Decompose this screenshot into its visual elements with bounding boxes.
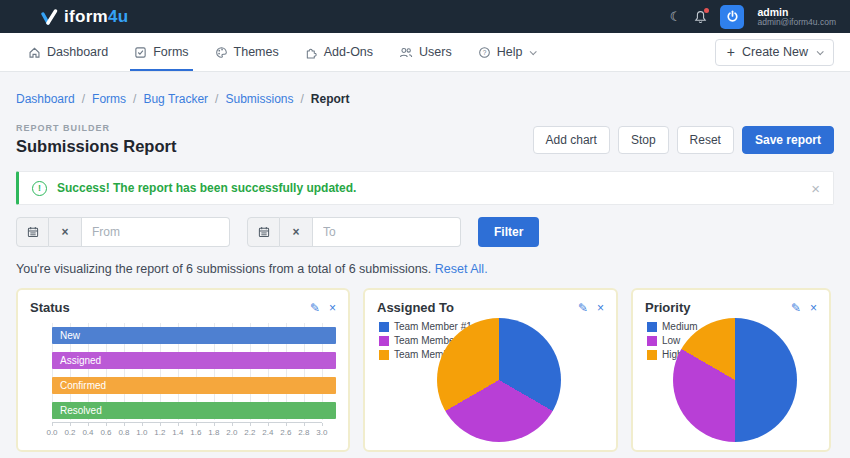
remove-chart-icon[interactable]: × [329, 302, 336, 314]
status-chart-card[interactable]: Status ✎ × NewAssignedConfirmedResolved … [16, 288, 350, 452]
puzzle-icon [305, 46, 318, 59]
x-tick-label: 0.0 [46, 428, 57, 437]
tick-mark [70, 423, 71, 426]
from-clear-button[interactable]: × [49, 217, 82, 247]
breadcrumb-separator: / [300, 92, 303, 106]
chevron-down-icon [530, 48, 537, 55]
x-tick-label: 3.0 [316, 428, 327, 437]
avatar[interactable] [720, 5, 744, 29]
to-clear-button[interactable]: × [280, 217, 313, 247]
create-new-button[interactable]: + Create New [715, 39, 834, 66]
from-date-group: × [16, 217, 230, 247]
add-chart-button[interactable]: Add chart [533, 126, 610, 154]
user-meta[interactable]: admin admin@iform4u.com [757, 6, 836, 28]
legend-swatch [379, 350, 389, 360]
pie-graphic [437, 318, 561, 442]
content-area: Dashboard/ Forms/ Bug Tracker/ Submissio… [0, 92, 850, 452]
breadcrumb-link-submissions[interactable]: Submissions [225, 92, 293, 106]
page-title: Submissions Report [16, 137, 176, 156]
from-calendar-button[interactable] [16, 217, 49, 247]
create-new-label: Create New [742, 45, 808, 59]
bar-label: New [52, 330, 80, 341]
nav-item-addons[interactable]: Add-Ons [305, 33, 373, 71]
brand-logo[interactable]: iform4u [40, 7, 128, 27]
nav-item-dashboard[interactable]: Dashboard [28, 33, 108, 71]
breadcrumb-link-dashboard[interactable]: Dashboard [16, 92, 75, 106]
brand-name: iform4u [64, 7, 128, 27]
x-tick-label: 2.4 [262, 428, 273, 437]
priority-chart-card[interactable]: Priority ✎ × MediumLowHigh [631, 288, 831, 452]
reset-all-link[interactable]: Reset All. [435, 262, 488, 276]
tick-mark [160, 423, 161, 426]
bar-assigned: Assigned [52, 352, 336, 369]
nav-item-users[interactable]: Users [399, 33, 452, 71]
breadcrumb-link-bug-tracker[interactable]: Bug Tracker [143, 92, 208, 106]
success-alert: ! Success! The report has been successfu… [16, 171, 834, 205]
filter-button[interactable]: Filter [478, 217, 539, 247]
form-check-icon [134, 46, 147, 59]
legend-swatch [647, 336, 657, 346]
from-date-input[interactable] [82, 217, 230, 247]
card-header: Priority ✎ × [645, 300, 817, 315]
tick-mark [106, 423, 107, 426]
edit-pencil-icon[interactable]: ✎ [310, 302, 320, 314]
x-tick-label: 0.8 [118, 428, 129, 437]
nav-item-help[interactable]: ? Help [478, 33, 536, 71]
stop-button[interactable]: Stop [618, 126, 669, 154]
remove-chart-icon[interactable]: × [597, 302, 604, 314]
dark-mode-moon-icon[interactable]: ☾ [670, 10, 682, 23]
x-tick-label: 2.0 [226, 428, 237, 437]
user-email: admin@iform4u.com [757, 18, 836, 28]
bar-resolved: Resolved [52, 402, 336, 419]
card-tools: ✎ × [791, 302, 817, 314]
chevron-down-icon [817, 48, 824, 55]
nav-item-themes[interactable]: Themes [215, 33, 279, 71]
alert-message: Success! The report has been successfull… [57, 181, 356, 195]
breadcrumb-separator: / [215, 92, 218, 106]
x-tick-label: 0.2 [64, 428, 75, 437]
legend-label: Low [662, 335, 680, 346]
summary-line: You're visualizing the report of 6 submi… [16, 262, 834, 276]
to-calendar-button[interactable] [247, 217, 280, 247]
alert-close-icon[interactable]: × [811, 181, 820, 196]
breadcrumb: Dashboard/ Forms/ Bug Tracker/ Submissio… [16, 92, 834, 106]
app-window: iform4u ☾ admin admin@iform4u.com [0, 0, 850, 458]
header-actions: Add chart Stop Reset Save report [533, 126, 834, 154]
edit-pencil-icon[interactable]: ✎ [578, 302, 588, 314]
remove-chart-icon[interactable]: × [810, 302, 817, 314]
legend-swatch [379, 336, 389, 346]
tick-mark [250, 423, 251, 426]
tick-mark [232, 423, 233, 426]
tick-mark [178, 423, 179, 426]
clear-icon: × [61, 225, 68, 239]
to-date-group: × [247, 217, 461, 247]
to-date-input[interactable] [313, 217, 461, 247]
x-tick-label: 1.6 [190, 428, 201, 437]
tick-mark [196, 423, 197, 426]
card-title: Assigned To [377, 300, 454, 315]
bar-label: Assigned [52, 355, 101, 366]
x-tick-label: 2.8 [298, 428, 309, 437]
breadcrumb-separator: / [82, 92, 85, 106]
legend-swatch [647, 322, 657, 332]
card-tools: ✎ × [578, 302, 604, 314]
chart-x-axis: 0.00.20.40.60.81.01.21.41.61.82.02.22.42… [52, 422, 322, 438]
tick-mark [322, 423, 323, 426]
card-title: Status [30, 300, 70, 315]
legend-swatch [379, 322, 389, 332]
save-report-button[interactable]: Save report [742, 126, 834, 154]
x-tick-label: 2.2 [244, 428, 255, 437]
notifications-bell-icon[interactable] [694, 10, 707, 24]
alert-info-icon: ! [32, 181, 47, 196]
nav-item-forms[interactable]: Forms [134, 33, 188, 71]
power-icon [726, 10, 739, 23]
x-tick-label: 0.6 [100, 428, 111, 437]
filter-bar: × × Filter [16, 217, 834, 247]
page-header: REPORT BUILDER Submissions Report Add ch… [16, 123, 834, 156]
assigned-to-chart-card[interactable]: Assigned To ✎ × Team Member #1Team Membe… [363, 288, 618, 452]
breadcrumb-link-forms[interactable]: Forms [92, 92, 126, 106]
breadcrumb-separator: / [133, 92, 136, 106]
help-icon: ? [478, 46, 491, 59]
reset-button[interactable]: Reset [677, 126, 734, 154]
edit-pencil-icon[interactable]: ✎ [791, 302, 801, 314]
